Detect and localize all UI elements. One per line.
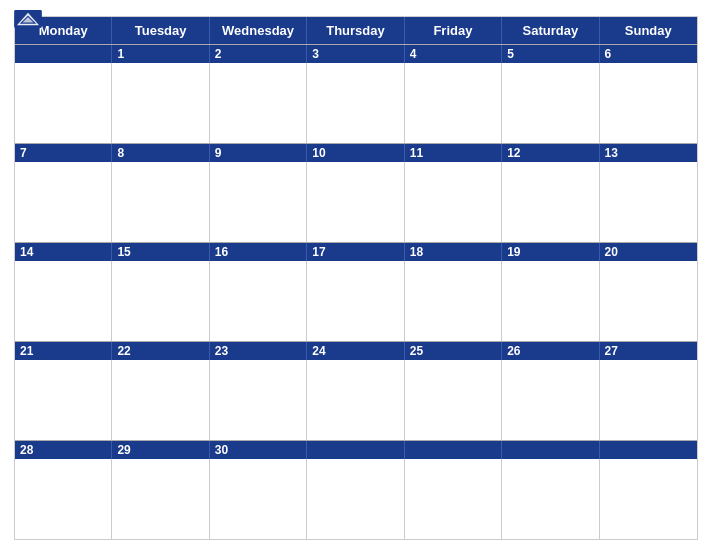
content-cell-18	[405, 261, 502, 341]
content-cell-6	[600, 63, 697, 143]
date-cell-empty	[307, 441, 404, 459]
date-cell-25: 25	[405, 342, 502, 360]
date-cell-18: 18	[405, 243, 502, 261]
date-cell-22: 22	[112, 342, 209, 360]
date-cell-17: 17	[307, 243, 404, 261]
day-header-sunday: Sunday	[600, 17, 697, 44]
week-2: 78910111213	[15, 143, 697, 242]
content-cell-3	[307, 63, 404, 143]
date-cell-23: 23	[210, 342, 307, 360]
date-cell-21: 21	[15, 342, 112, 360]
content-cell-21	[15, 360, 112, 440]
date-cell-12: 12	[502, 144, 599, 162]
content-cell-empty	[405, 459, 502, 539]
content-cell-28	[15, 459, 112, 539]
content-cell-17	[307, 261, 404, 341]
content-cell-23	[210, 360, 307, 440]
date-cell-empty	[15, 45, 112, 63]
day-header-saturday: Saturday	[502, 17, 599, 44]
day-header-tuesday: Tuesday	[112, 17, 209, 44]
week-5: 282930	[15, 440, 697, 539]
content-cell-empty	[307, 459, 404, 539]
content-cell-27	[600, 360, 697, 440]
logo	[14, 10, 42, 29]
content-cell-30	[210, 459, 307, 539]
week-dates-row: 14151617181920	[15, 243, 697, 261]
content-cell-26	[502, 360, 599, 440]
content-cell-9	[210, 162, 307, 242]
week-dates-row: 123456	[15, 45, 697, 63]
content-cell-2	[210, 63, 307, 143]
week-content-row	[15, 162, 697, 242]
date-cell-10: 10	[307, 144, 404, 162]
content-cell-4	[405, 63, 502, 143]
date-cell-5: 5	[502, 45, 599, 63]
date-cell-19: 19	[502, 243, 599, 261]
logo-icon	[14, 10, 42, 28]
date-cell-20: 20	[600, 243, 697, 261]
week-1: 123456	[15, 44, 697, 143]
content-cell-29	[112, 459, 209, 539]
week-dates-row: 282930	[15, 441, 697, 459]
day-header-wednesday: Wednesday	[210, 17, 307, 44]
date-cell-26: 26	[502, 342, 599, 360]
date-cell-empty	[405, 441, 502, 459]
content-cell-15	[112, 261, 209, 341]
date-cell-9: 9	[210, 144, 307, 162]
content-cell-20	[600, 261, 697, 341]
content-cell-5	[502, 63, 599, 143]
date-cell-empty	[502, 441, 599, 459]
date-cell-30: 30	[210, 441, 307, 459]
date-cell-14: 14	[15, 243, 112, 261]
week-dates-row: 21222324252627	[15, 342, 697, 360]
date-cell-28: 28	[15, 441, 112, 459]
content-cell-16	[210, 261, 307, 341]
content-cell-13	[600, 162, 697, 242]
date-cell-3: 3	[307, 45, 404, 63]
date-cell-8: 8	[112, 144, 209, 162]
content-cell-1	[112, 63, 209, 143]
date-cell-27: 27	[600, 342, 697, 360]
content-cell-10	[307, 162, 404, 242]
content-cell-19	[502, 261, 599, 341]
calendar-page: MondayTuesdayWednesdayThursdayFridaySatu…	[0, 0, 712, 550]
day-header-friday: Friday	[405, 17, 502, 44]
week-content-row	[15, 360, 697, 440]
days-header: MondayTuesdayWednesdayThursdayFridaySatu…	[15, 17, 697, 44]
date-cell-empty	[600, 441, 697, 459]
date-cell-13: 13	[600, 144, 697, 162]
date-cell-15: 15	[112, 243, 209, 261]
date-cell-4: 4	[405, 45, 502, 63]
week-content-row	[15, 63, 697, 143]
calendar-body: 1234567891011121314151617181920212223242…	[15, 44, 697, 539]
content-cell-empty	[600, 459, 697, 539]
content-cell-24	[307, 360, 404, 440]
calendar: MondayTuesdayWednesdayThursdayFridaySatu…	[14, 16, 698, 540]
date-cell-6: 6	[600, 45, 697, 63]
content-cell-8	[112, 162, 209, 242]
content-cell-25	[405, 360, 502, 440]
content-cell-11	[405, 162, 502, 242]
content-cell-22	[112, 360, 209, 440]
date-cell-2: 2	[210, 45, 307, 63]
week-3: 14151617181920	[15, 242, 697, 341]
content-cell-7	[15, 162, 112, 242]
week-content-row	[15, 261, 697, 341]
content-cell-14	[15, 261, 112, 341]
date-cell-11: 11	[405, 144, 502, 162]
week-4: 21222324252627	[15, 341, 697, 440]
week-content-row	[15, 459, 697, 539]
content-cell-12	[502, 162, 599, 242]
day-header-thursday: Thursday	[307, 17, 404, 44]
content-cell-empty	[502, 459, 599, 539]
week-dates-row: 78910111213	[15, 144, 697, 162]
date-cell-1: 1	[112, 45, 209, 63]
date-cell-29: 29	[112, 441, 209, 459]
date-cell-16: 16	[210, 243, 307, 261]
content-cell-empty	[15, 63, 112, 143]
date-cell-24: 24	[307, 342, 404, 360]
date-cell-7: 7	[15, 144, 112, 162]
